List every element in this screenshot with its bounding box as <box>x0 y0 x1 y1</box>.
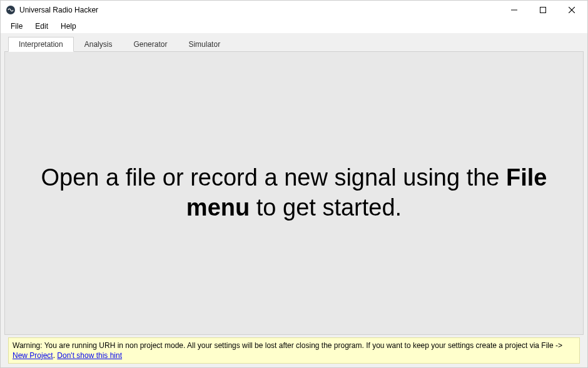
dont-show-hint-link[interactable]: Don't show this hint <box>57 351 122 360</box>
svg-rect-2 <box>540 7 546 13</box>
app-icon <box>6 5 16 15</box>
welcome-message: Open a file or record a new signal using… <box>5 163 583 222</box>
tab-panel: Open a file or record a new signal using… <box>4 51 584 335</box>
tab-analysis[interactable]: Analysis <box>74 37 123 51</box>
menu-file[interactable]: File <box>4 21 29 32</box>
menu-edit[interactable]: Edit <box>29 21 54 32</box>
minimize-button[interactable] <box>500 1 529 19</box>
close-button[interactable] <box>557 1 586 19</box>
warning-text: Warning: You are running URH in non proj… <box>13 341 562 350</box>
warning-bar: Warning: You are running URH in non proj… <box>8 337 580 364</box>
tab-interpretation[interactable]: Interpretation <box>8 37 74 52</box>
new-project-link[interactable]: New Project <box>13 351 53 360</box>
window-titlebar: Universal Radio Hacker <box>1 1 587 19</box>
tab-generator[interactable]: Generator <box>123 37 178 51</box>
maximize-button[interactable] <box>529 1 557 19</box>
window-title: Universal Radio Hacker <box>19 6 98 14</box>
welcome-text-after: to get started. <box>250 194 402 221</box>
client-area: Interpretation Analysis Generator Simula… <box>1 33 587 367</box>
tab-strip: Interpretation Analysis Generator Simula… <box>8 37 584 51</box>
menu-bar: File Edit Help <box>1 19 587 33</box>
welcome-text-before: Open a file or record a new signal using… <box>41 164 506 191</box>
menu-help[interactable]: Help <box>54 21 83 32</box>
window-controls <box>500 1 586 19</box>
tab-simulator[interactable]: Simulator <box>178 37 231 51</box>
